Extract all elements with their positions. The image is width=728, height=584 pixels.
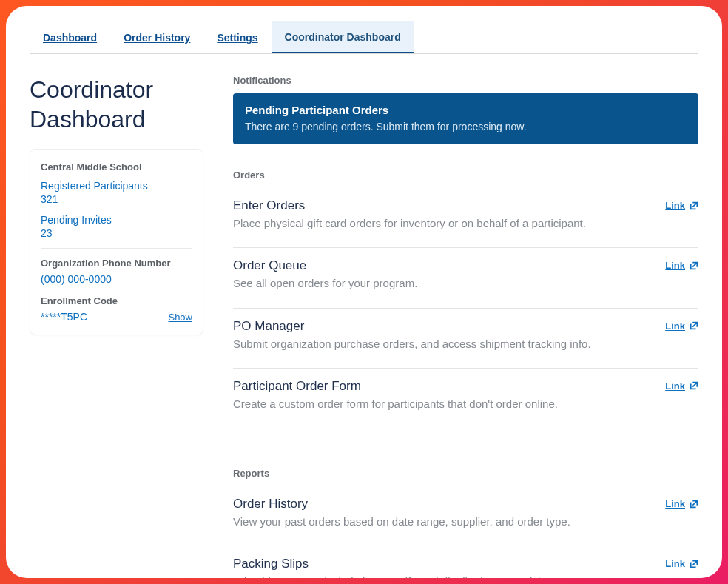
external-link-icon xyxy=(690,381,698,390)
reports-list: Order History View your past orders base… xyxy=(233,486,698,578)
app-frame: Dashboard Order History Settings Coordin… xyxy=(6,6,722,578)
item-desc: Printable report to include in your gift… xyxy=(233,574,653,578)
main-tabs: Dashboard Order History Settings Coordin… xyxy=(30,21,698,54)
order-item-participant-order-form: Participant Order Form Create a custom o… xyxy=(233,369,698,428)
notifications-label: Notifications xyxy=(233,75,698,86)
external-link-icon xyxy=(690,261,698,270)
order-queue-link[interactable]: Link xyxy=(665,260,698,271)
participant-order-form-link[interactable]: Link xyxy=(665,380,698,392)
external-link-icon xyxy=(690,500,698,509)
notice-title: Pending Participant Orders xyxy=(245,104,687,116)
external-link-icon xyxy=(690,201,698,210)
org-card: Central Middle School Registered Partici… xyxy=(30,149,203,335)
tab-settings[interactable]: Settings xyxy=(203,21,271,53)
enrollment-row: *****T5PC Show xyxy=(41,311,192,323)
orders-list: Enter Orders Place physical gift card or… xyxy=(233,188,698,428)
link-label: Link xyxy=(665,260,685,271)
order-item-enter-orders: Enter Orders Place physical gift card or… xyxy=(233,188,698,248)
order-item-order-queue: Order Queue See all open orders for your… xyxy=(233,248,698,308)
item-desc: Create a custom order form for participa… xyxy=(233,397,653,412)
enter-orders-link[interactable]: Link xyxy=(665,200,698,211)
show-code-link[interactable]: Show xyxy=(168,312,192,323)
packing-slips-link[interactable]: Link xyxy=(665,558,698,569)
tab-coordinator-dashboard[interactable]: Coordinator Dashboard xyxy=(272,21,414,53)
link-label: Link xyxy=(665,200,685,211)
item-desc: Submit organization purchase orders, and… xyxy=(233,337,653,352)
item-title: Order History xyxy=(233,497,653,511)
notice-body: There are 9 pending orders. Submit them … xyxy=(245,121,687,132)
item-desc: See all open orders for your program. xyxy=(233,276,653,291)
item-title: PO Manager xyxy=(233,319,653,334)
link-label: Link xyxy=(665,558,685,569)
main-panel: Notifications Pending Participant Orders… xyxy=(233,75,698,578)
page-title: Coordinator Dashboard xyxy=(30,75,203,134)
report-item-packing-slips: Packing Slips Printable report to includ… xyxy=(233,546,698,578)
reports-label: Reports xyxy=(233,468,698,479)
item-desc: View your past orders based on date rang… xyxy=(233,514,653,529)
item-title: Enter Orders xyxy=(233,198,653,213)
pending-invites-link[interactable]: Pending Invites xyxy=(41,214,192,226)
registered-participants-link[interactable]: Registered Participants xyxy=(41,180,192,192)
pending-orders-notice[interactable]: Pending Participant Orders There are 9 p… xyxy=(233,93,698,144)
registered-participants-count: 321 xyxy=(41,193,192,205)
item-title: Participant Order Form xyxy=(233,379,653,394)
phone-label: Organization Phone Number xyxy=(41,258,192,269)
divider xyxy=(41,248,192,249)
order-history-link[interactable]: Link xyxy=(665,498,698,509)
orders-label: Orders xyxy=(233,170,698,181)
order-item-po-manager: PO Manager Submit organization purchase … xyxy=(233,309,698,369)
enrollment-code: *****T5PC xyxy=(41,311,87,323)
external-link-icon xyxy=(690,321,698,330)
link-label: Link xyxy=(665,380,685,392)
tab-dashboard[interactable]: Dashboard xyxy=(30,21,110,53)
phone-value[interactable]: (000) 000-0000 xyxy=(41,273,192,285)
item-title: Packing Slips xyxy=(233,557,653,571)
po-manager-link[interactable]: Link xyxy=(665,320,698,332)
external-link-icon xyxy=(690,560,698,568)
pending-invites-count: 23 xyxy=(41,227,192,239)
content-area: Coordinator Dashboard Central Middle Sch… xyxy=(30,75,698,578)
link-label: Link xyxy=(665,498,685,509)
item-title: Order Queue xyxy=(233,258,653,273)
report-item-order-history: Order History View your past orders base… xyxy=(233,486,698,546)
tab-order-history[interactable]: Order History xyxy=(110,21,203,53)
link-label: Link xyxy=(665,320,685,332)
org-name: Central Middle School xyxy=(41,161,192,172)
sidebar: Coordinator Dashboard Central Middle Sch… xyxy=(30,75,203,335)
enrollment-label: Enrollment Code xyxy=(41,295,192,306)
item-desc: Place physical gift card orders for inve… xyxy=(233,216,653,231)
